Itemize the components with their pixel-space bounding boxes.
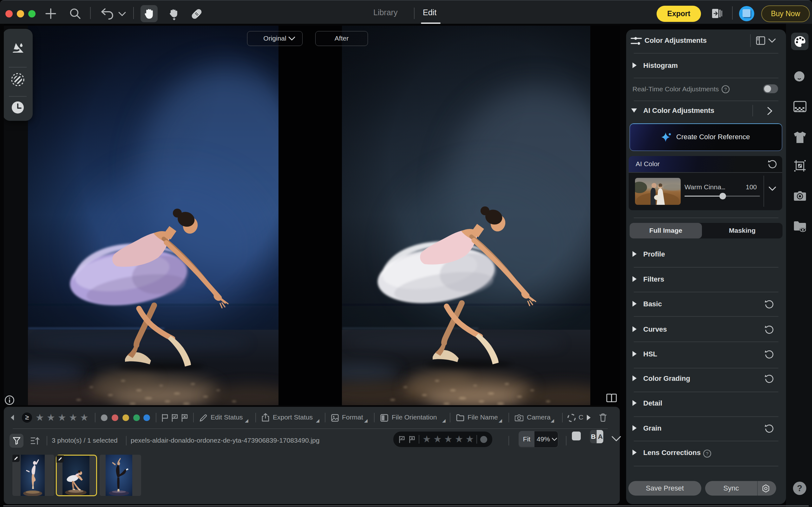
svg-text:?: ? xyxy=(724,87,727,92)
svg-text:?: ? xyxy=(706,451,708,456)
